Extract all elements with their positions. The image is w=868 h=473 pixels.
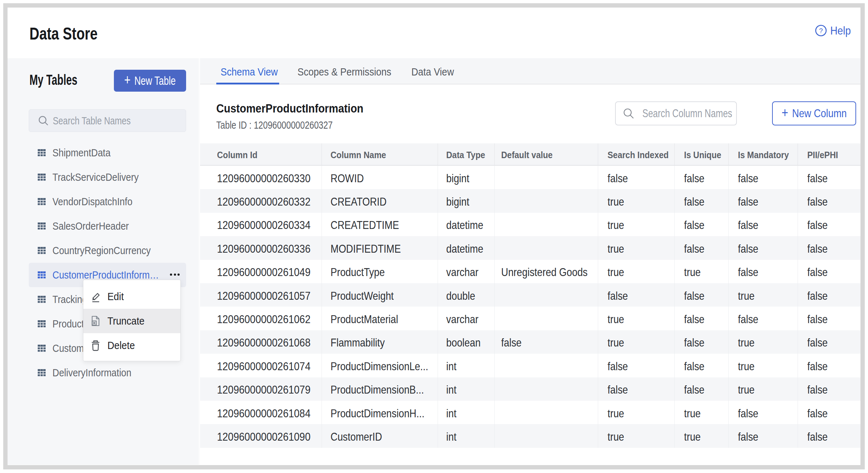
svg-text:?: ? bbox=[819, 27, 823, 35]
